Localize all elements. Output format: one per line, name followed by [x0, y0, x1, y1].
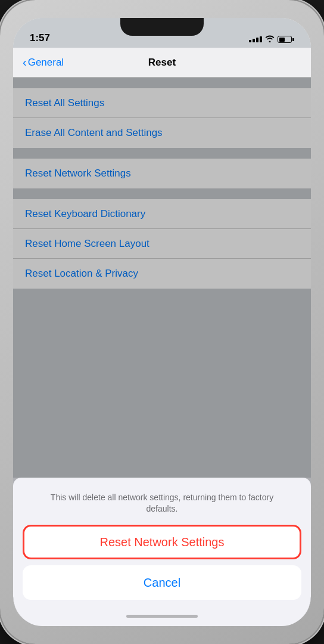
status-time: 1:57	[30, 32, 50, 44]
back-label: General	[28, 57, 64, 69]
wifi-icon	[265, 35, 275, 44]
home-bar	[126, 615, 198, 618]
sheet-content: This will delete all network settings, r…	[13, 478, 311, 626]
cancel-button[interactable]: Cancel	[23, 565, 301, 600]
content-area: Reset All Settings Erase All Content and…	[13, 78, 311, 626]
battery-icon	[278, 36, 294, 43]
back-button[interactable]: ‹ General	[23, 55, 64, 69]
status-icons	[249, 35, 294, 44]
home-indicator	[23, 606, 301, 626]
signal-icon	[249, 36, 262, 42]
confirm-reset-network-button[interactable]: Reset Network Settings	[23, 525, 301, 559]
action-sheet: This will delete all network settings, r…	[13, 478, 311, 626]
screen: 1:57	[13, 18, 311, 626]
back-chevron-icon: ‹	[23, 55, 27, 69]
phone-inner: 1:57	[13, 18, 311, 626]
page-title: Reset	[148, 57, 176, 69]
notch	[120, 18, 204, 36]
nav-bar: ‹ General Reset	[13, 48, 311, 78]
sheet-message: This will delete all network settings, r…	[23, 487, 301, 525]
phone-frame: 1:57	[0, 0, 324, 644]
